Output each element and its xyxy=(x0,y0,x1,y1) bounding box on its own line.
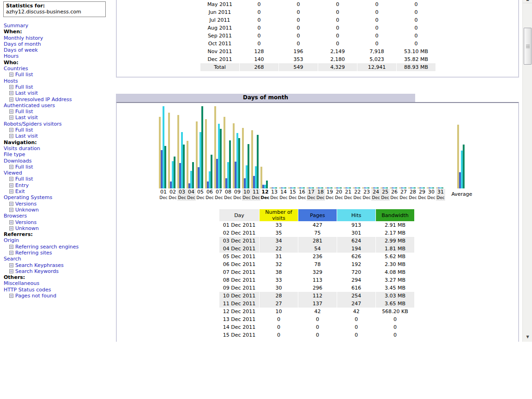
chart-day-group-02 xyxy=(168,106,177,188)
value-cell: 0 xyxy=(298,323,337,331)
value-cell: 0 xyxy=(376,315,414,323)
table-row: 04 Dec 201122541941.81 MB xyxy=(219,245,414,253)
chart-day-group-26 xyxy=(390,106,399,188)
table-row: 11 Dec 2011271372473.65 MB xyxy=(219,300,414,308)
sidebar-item-referring-search-engines[interactable]: Referring search engines xyxy=(15,244,79,250)
sidebar-item-http-status-codes[interactable]: HTTP Status codes xyxy=(4,287,51,293)
sidebar-row-authenticated-users: Authenticated users xyxy=(4,103,115,109)
sidebar-item-pages-not-found[interactable]: Pages not found xyxy=(15,293,56,299)
sidebar-item-search-keyphrases[interactable]: Search Keyphrases xyxy=(15,262,64,268)
bar-bandwidth-mb xyxy=(183,145,185,188)
sidebar-row-full-list: Full list xyxy=(4,176,115,182)
chart-day-group-19 xyxy=(325,106,334,188)
value-cell: 0 xyxy=(240,16,278,24)
sidebar-item-hours[interactable]: Hours xyxy=(4,53,18,59)
value-cell: 720 xyxy=(337,268,375,276)
value-cell: 549 xyxy=(279,63,318,71)
scrollbar-thumb[interactable] xyxy=(524,28,532,65)
value-cell: 0 xyxy=(318,32,357,40)
chart-day-group-20 xyxy=(334,106,344,188)
day-month: Dec xyxy=(270,195,279,201)
sidebar-row-operating-systems: Operating Systems xyxy=(4,194,115,200)
sidebar-item-monthly-history[interactable]: Monthly history xyxy=(4,35,43,41)
day-month: Dec xyxy=(288,195,297,201)
value-cell: 112 xyxy=(298,292,337,300)
bar-bandwidth-mb xyxy=(174,157,175,188)
sidebar-item-versions[interactable]: Versions xyxy=(15,219,36,225)
sidebar-item-last-visit[interactable]: Last visit xyxy=(15,133,38,139)
sidebar-item-exit[interactable]: Exit xyxy=(15,188,25,194)
sidebar-item-referring-sites[interactable]: Referring sites xyxy=(15,250,52,256)
value-cell: 0 xyxy=(357,16,396,24)
sidebar-section-referrers: Referrers: xyxy=(4,231,115,237)
day-label-07: 07Dec xyxy=(214,189,224,201)
sidebar-item-file-type[interactable]: File type xyxy=(4,151,25,157)
sidebar-row-hosts: Hosts xyxy=(4,78,115,84)
scroll-down-icon[interactable]: ▼ xyxy=(523,333,532,341)
bar-bandwidth-mb xyxy=(220,129,222,188)
list-bullet-icon xyxy=(9,220,13,224)
sidebar-row-last-visit: Last visit xyxy=(4,133,115,139)
value-cell: 128 xyxy=(240,48,278,55)
value-cell: 3.65 MB xyxy=(376,300,414,308)
sidebar-item-full-list[interactable]: Full list xyxy=(15,109,33,115)
day-label-26: 26Dec xyxy=(390,189,399,201)
bar-bandwidth-mb xyxy=(432,187,434,188)
section-title-days-of-month: Days of month xyxy=(116,94,415,102)
sidebar-item-robots-spiders-visitors[interactable]: Robots/Spiders visitors xyxy=(4,121,62,127)
sidebar-item-search-keywords[interactable]: Search Keywords xyxy=(15,268,59,274)
sidebar-item-operating-systems[interactable]: Operating Systems xyxy=(4,194,52,200)
sidebar-item-full-list[interactable]: Full list xyxy=(15,127,33,133)
sidebar-item-full-list[interactable]: Full list xyxy=(15,84,33,90)
sidebar-item-last-visit[interactable]: Last visit xyxy=(15,90,38,96)
sidebar-row-countries: Countries xyxy=(4,66,115,72)
day-month: Dec xyxy=(279,195,288,201)
sidebar-item-versions[interactable]: Versions xyxy=(15,201,36,207)
day-month: Dec xyxy=(251,195,260,201)
bar-bandwidth-mb xyxy=(358,187,360,188)
vertical-scrollbar[interactable]: ▲ ▼ xyxy=(522,0,532,342)
value-cell: 0 xyxy=(397,16,435,24)
sidebar-item-full-list[interactable]: Full list xyxy=(15,176,33,182)
sidebar-item-last-visit[interactable]: Last visit xyxy=(15,115,38,121)
value-cell: 268 xyxy=(240,63,278,71)
sidebar-item-authenticated-users[interactable]: Authenticated users xyxy=(4,103,55,109)
day-cell: 06 Dec 2011 xyxy=(219,260,259,268)
table-row: Dec 20111403532,1805,02335.82 MB xyxy=(200,55,435,63)
sidebar-item-origin[interactable]: Origin xyxy=(4,237,19,243)
scroll-up-icon[interactable]: ▲ xyxy=(523,0,532,3)
bar-bandwidth-mb xyxy=(405,187,406,188)
sidebar-item-unknown[interactable]: Unknown xyxy=(15,207,39,213)
table-row: 01 Dec 2011334279132.91 MB xyxy=(219,221,414,229)
sidebar-item-full-list[interactable]: Full list xyxy=(15,72,33,78)
sidebar-item-full-list[interactable]: Full list xyxy=(15,164,33,170)
sidebar-item-visits-duration[interactable]: Visits duration xyxy=(4,145,40,151)
sidebar-item-unknown[interactable]: Unknown xyxy=(15,225,39,231)
value-cell: 0 xyxy=(260,323,298,331)
value-cell: 3.45 MB xyxy=(376,284,414,292)
sidebar-item-entry[interactable]: Entry xyxy=(15,182,29,188)
sidebar-item-days-of-week[interactable]: Days of week xyxy=(4,47,38,53)
bar-bandwidth-mb xyxy=(284,187,286,188)
day-number: 07 xyxy=(214,189,224,195)
sidebar-item-days-of-month[interactable]: Days of month xyxy=(4,41,41,47)
value-cell: 353 xyxy=(279,55,318,63)
sidebar-item-viewed[interactable]: Viewed xyxy=(4,170,22,176)
sidebar-item-countries[interactable]: Countries xyxy=(4,66,28,72)
bar-bandwidth-mb xyxy=(349,187,351,188)
sidebar-item-downloads[interactable]: Downloads xyxy=(4,158,31,164)
sidebar-item-hosts[interactable]: Hosts xyxy=(4,78,18,84)
sidebar-item-miscellaneous[interactable]: Miscellaneous xyxy=(4,280,39,286)
sidebar-item-summary[interactable]: Summary xyxy=(4,23,28,29)
day-label-15: 15Dec xyxy=(288,189,297,201)
sidebar-item-browsers[interactable]: Browsers xyxy=(4,213,27,219)
day-number: 29 xyxy=(417,189,427,195)
value-cell: 236 xyxy=(298,253,337,260)
table-row: 05 Dec 2011312366265.62 MB xyxy=(219,253,414,260)
chart-day-group-29 xyxy=(417,106,427,188)
sidebar-item-unresolved-ip-address[interactable]: Unresolved IP Address xyxy=(15,97,72,103)
day-number: 22 xyxy=(353,189,362,195)
value-cell: 33 xyxy=(260,221,298,229)
sidebar-item-search[interactable]: Search xyxy=(4,256,21,262)
list-bullet-icon xyxy=(9,294,13,298)
